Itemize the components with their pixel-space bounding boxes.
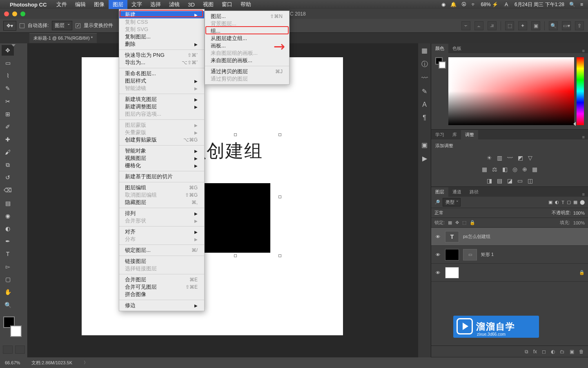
cc-icon[interactable]: ◉	[441, 2, 445, 7]
align-center-icon[interactable]: ⫠	[474, 21, 483, 30]
auto-select-target[interactable]: 图层	[52, 21, 72, 30]
layer-filter-search-icon[interactable]: 🔎	[434, 200, 440, 205]
menu-item[interactable]: 快速导出为 PNG⇧⌘’	[119, 52, 204, 59]
character-icon[interactable]: A	[422, 101, 427, 108]
filter-type-icon[interactable]: T	[561, 200, 564, 205]
spotlight-icon[interactable]: 🔍	[569, 2, 575, 7]
lasso-tool-icon[interactable]: ⌇	[2, 70, 14, 81]
menu-filter[interactable]: 滤镜	[165, 0, 184, 9]
tab-paths[interactable]: 路径	[466, 187, 483, 197]
info-icon[interactable]: ⓘ	[421, 60, 428, 69]
path-select-tool-icon[interactable]: ▻	[2, 261, 14, 272]
3d-mode-icon[interactable]: ⬚	[505, 21, 514, 30]
lock-all-icon[interactable]: 🔒	[470, 220, 475, 225]
hue-slider[interactable]	[577, 57, 584, 125]
menu-item[interactable]: 合并图层⌘E	[119, 276, 204, 283]
filter-pixel-icon[interactable]: ▣	[548, 200, 552, 205]
input-source[interactable]: A	[503, 2, 510, 7]
zoom-level[interactable]: 66.67%	[5, 360, 20, 365]
menu-item[interactable]: 排列▶	[119, 210, 204, 217]
canvas-area[interactable]: 么创建组	[28, 43, 418, 357]
filter-adjust-icon[interactable]: ◐	[555, 200, 559, 205]
link-layers-icon[interactable]: ⧉	[525, 349, 528, 355]
vibrance-icon[interactable]: ▽	[528, 155, 532, 161]
menu-item[interactable]: 图层...⇧⌘N	[205, 13, 289, 20]
panel-fgbg[interactable]	[435, 57, 446, 125]
tab-color[interactable]: 颜色	[431, 44, 448, 53]
bw-icon[interactable]: ◧	[502, 166, 508, 173]
transform-3d-icon[interactable]: ✦	[518, 21, 527, 30]
menu-item[interactable]: 智能对象▶	[119, 147, 204, 155]
photo-filter-icon[interactable]: ◎	[512, 166, 517, 173]
tab-adjustments[interactable]: 调整	[461, 130, 478, 139]
opacity-value[interactable]: 100%	[573, 211, 585, 215]
screen-mode-icon[interactable]	[15, 346, 25, 354]
layer-style-icon[interactable]: fx	[533, 349, 537, 355]
brushes-icon[interactable]: ✎	[422, 88, 427, 95]
posterize-icon[interactable]: ▤	[497, 177, 502, 184]
menu-item[interactable]: 链接图层	[119, 258, 204, 265]
wifi-icon[interactable]: ᯤ	[471, 2, 476, 7]
menu-file[interactable]: 文件	[52, 0, 71, 9]
menu-layer[interactable]: 图层	[109, 0, 127, 9]
menu-item[interactable]: 锁定图层...⌘/	[119, 247, 204, 254]
app-name[interactable]: Photoshop CC	[10, 2, 47, 8]
brightness-icon[interactable]: ☀	[487, 155, 492, 161]
menu-item[interactable]: 修边▶	[119, 302, 204, 309]
fg-bg-swatches[interactable]	[3, 316, 24, 337]
tab-swatches[interactable]: 色板	[448, 44, 466, 53]
delete-layer-icon[interactable]: 🗑	[579, 349, 584, 355]
dodge-tool-icon[interactable]: ◐	[2, 223, 14, 234]
shape-tool-icon[interactable]: ▢	[2, 274, 14, 285]
curves-icon[interactable]: 〰	[507, 155, 513, 161]
color-field[interactable]	[448, 57, 574, 125]
menu-item[interactable]: 导出为...⌥⇧⌘’	[119, 59, 204, 66]
quick-mask-icon[interactable]	[3, 346, 13, 354]
frame-tool-icon[interactable]: ⊞	[2, 109, 14, 119]
layer-name[interactable]: ps怎么创建组	[463, 233, 490, 240]
levels-icon[interactable]: ▥	[497, 155, 502, 161]
layer-row-bg[interactable]: 👁 🔒	[431, 264, 588, 282]
document-tab[interactable]: 未标题-1 @ 66.7%(RGB/8#) *	[29, 33, 97, 43]
exposure-icon[interactable]: ◩	[518, 155, 523, 161]
visibility-icon[interactable]: 👁	[434, 234, 441, 239]
auto-select-checkbox[interactable]	[20, 23, 24, 28]
paragraph-icon[interactable]: ¶	[423, 114, 426, 121]
menu-item[interactable]: 创建剪贴蒙版⌥⌘G	[119, 136, 204, 144]
tab-libraries[interactable]: 库	[448, 130, 461, 139]
layer-row-rect[interactable]: 👁 ▭ 矩形 1	[431, 246, 588, 264]
new-group-icon[interactable]: 🗀	[560, 349, 565, 355]
history-brush-icon[interactable]: ↺	[2, 172, 14, 183]
zoom-tool-icon[interactable]: 🔍	[2, 300, 14, 310]
lut-icon[interactable]: ▦	[532, 166, 537, 173]
pen-tool-icon[interactable]: ✒	[2, 236, 14, 247]
menu-item[interactable]: 对齐▶	[119, 228, 204, 236]
notification-icon[interactable]: 🔔	[450, 2, 457, 7]
lock-artboard-icon[interactable]: ⬚	[462, 220, 466, 225]
close-window-icon[interactable]	[4, 11, 9, 16]
workspace-icon[interactable]: ▭▾	[562, 21, 571, 30]
hand-tool-icon[interactable]: ✋	[2, 287, 14, 297]
properties-icon[interactable]: ▣	[421, 141, 428, 149]
gradient-map-icon[interactable]: ▭	[517, 177, 523, 184]
menu-view[interactable]: 视图	[199, 0, 218, 9]
menu-item[interactable]: 新建▶	[119, 11, 204, 18]
filter-smart-icon[interactable]: ▦	[573, 200, 577, 205]
brush-settings-icon[interactable]: 〰	[421, 74, 428, 82]
menu-item[interactable]: 拼合图像	[119, 291, 204, 298]
menu-edit[interactable]: 编辑	[71, 0, 90, 9]
tab-layers[interactable]: 图层	[431, 187, 448, 197]
menu-select[interactable]: 选择	[146, 0, 165, 9]
filter-toggle-icon[interactable]: ⬤	[580, 200, 585, 205]
blend-mode-dropdown[interactable]: 正常	[434, 210, 469, 216]
menu-item[interactable]: 栅格化▶	[119, 162, 204, 169]
doc-size[interactable]: 文档:2.86M/1023.5K	[31, 360, 72, 366]
collapse-tools-icon[interactable]	[11, 44, 16, 47]
menu-item[interactable]: 通过拷贝的图层⌘J	[205, 68, 289, 75]
blur-tool-icon[interactable]: ◉	[2, 211, 14, 221]
tab-channels[interactable]: 通道	[448, 187, 466, 197]
fill-value[interactable]: 100%	[573, 220, 585, 225]
align-right-icon[interactable]: ⫡	[488, 21, 497, 30]
layer-mask-icon[interactable]: ◻	[542, 349, 546, 355]
layer-filter-type[interactable]: 类型	[443, 198, 461, 206]
